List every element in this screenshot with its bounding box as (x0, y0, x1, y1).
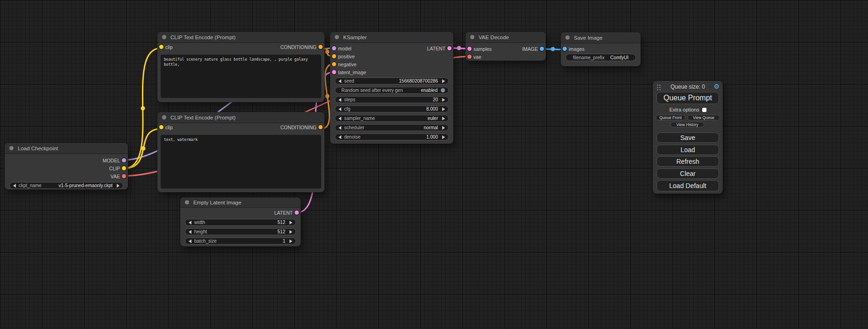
increment-arrow-icon[interactable] (117, 184, 120, 188)
increment-arrow-icon[interactable] (289, 239, 292, 243)
prompt-textarea[interactable]: text, watermark (161, 135, 321, 189)
node-ksampler[interactable]: KSampler model LATENT positive negative … (330, 32, 453, 144)
decrement-arrow-icon[interactable] (189, 230, 191, 234)
queue-prompt-button[interactable]: Queue Prompt (656, 92, 719, 104)
decrement-arrow-icon[interactable] (339, 98, 341, 102)
steps-widget[interactable]: steps 20 (335, 96, 449, 103)
latent-output-port[interactable] (447, 46, 452, 50)
filename-prefix-widget[interactable]: filename_prefix ComfyUI (565, 54, 636, 61)
seed-widget[interactable]: seed 156680208700286 (335, 77, 449, 84)
view-history-button[interactable]: View History (670, 122, 704, 127)
vae-output-port[interactable] (122, 174, 126, 178)
latent-image-input-port[interactable] (332, 70, 336, 74)
refresh-button[interactable]: Refresh (656, 156, 719, 167)
increment-arrow-icon[interactable] (442, 107, 445, 111)
increment-arrow-icon[interactable] (442, 117, 445, 120)
clear-button[interactable]: Clear (656, 168, 719, 179)
link-midpoint-dot[interactable] (551, 47, 555, 51)
load-default-button[interactable]: Load Default (656, 180, 719, 191)
positive-input-port[interactable] (332, 54, 336, 58)
decrement-arrow-icon[interactable] (339, 79, 341, 83)
collapse-dot[interactable] (565, 35, 570, 40)
node-graph-canvas[interactable]: { "app": "ComfyUI node graph", "nodes": … (0, 0, 868, 329)
queue-front-button[interactable]: Queue Front (656, 115, 685, 120)
node-title-bar[interactable]: KSampler (330, 32, 453, 43)
decrement-arrow-icon[interactable] (339, 117, 341, 120)
widget-value: ComfyUI (610, 55, 632, 60)
denoise-widget[interactable]: denoise 1.000 (335, 133, 449, 140)
node-title-bar[interactable]: Save Image (561, 32, 641, 43)
clip-input-port[interactable] (159, 45, 163, 49)
decrement-arrow-icon[interactable] (189, 239, 191, 243)
sampler-name-widget[interactable]: sampler_name euler (335, 115, 449, 122)
conditioning-output-port[interactable] (318, 45, 323, 49)
node-vae-decode[interactable]: VAE Decode samples IMAGE vae (466, 32, 546, 61)
node-title-bar[interactable]: VAE Decode (466, 32, 546, 43)
collapse-dot[interactable] (470, 35, 474, 39)
widget-value: normal (423, 125, 438, 130)
collapse-dot[interactable] (335, 35, 339, 39)
batch-size-widget[interactable]: batch_size 1 (185, 238, 296, 245)
link-midpoint-dot[interactable] (457, 46, 461, 50)
link-midpoint-dot[interactable] (141, 147, 146, 151)
widget-label: width (194, 220, 205, 225)
io-row: latent_image (330, 68, 453, 76)
ckpt-name-widget[interactable]: ckpt_name v1-5-pruned-emaonly.ckpt (9, 182, 123, 189)
decrement-arrow-icon[interactable] (339, 135, 341, 139)
model-output-port[interactable] (122, 158, 126, 162)
image-output-port[interactable] (540, 47, 544, 51)
increment-arrow-icon[interactable] (442, 126, 445, 130)
node-clip-text-encode-positive[interactable]: CLIP Text Encode (Prompt) clip CONDITION… (157, 32, 325, 102)
node-title-bar[interactable]: CLIP Text Encode (Prompt) (157, 32, 325, 43)
collapse-dot[interactable] (162, 115, 166, 119)
random-seed-widget[interactable]: Random seed after every gen enabled (335, 87, 449, 94)
collapse-dot[interactable] (162, 35, 166, 39)
decrement-arrow-icon[interactable] (339, 107, 341, 111)
images-input-port[interactable] (563, 47, 567, 51)
node-save-image[interactable]: Save Image images filename_prefix ComfyU… (561, 32, 641, 66)
vae-input-port[interactable] (467, 55, 472, 59)
clip-input-port[interactable] (159, 125, 163, 129)
link-midpoint-dot[interactable] (325, 94, 330, 98)
scheduler-widget[interactable]: scheduler normal (335, 124, 449, 131)
extra-options-checkbox[interactable] (702, 108, 706, 112)
increment-arrow-icon[interactable] (442, 135, 445, 139)
link-midpoint-dot[interactable] (141, 106, 145, 111)
save-button[interactable]: Save (656, 133, 719, 143)
conditioning-output-label: CONDITIONING (280, 125, 325, 130)
node-load-checkpoint[interactable]: Load Checkpoint MODEL CLIP VAE ckpt_name… (5, 143, 128, 189)
load-button[interactable]: Load (656, 145, 719, 155)
toggle-enabled-icon[interactable] (441, 88, 445, 92)
node-title-bar[interactable]: CLIP Text Encode (Prompt) (157, 112, 325, 123)
link-midpoint-dot[interactable] (325, 50, 330, 54)
increment-arrow-icon[interactable] (289, 221, 292, 224)
negative-input-port[interactable] (332, 62, 336, 66)
increment-arrow-icon[interactable] (289, 230, 292, 234)
node-title: KSampler (343, 35, 367, 40)
io-row: clip CONDITIONING (157, 43, 325, 51)
cfg-widget[interactable]: cfg 8.000 (335, 105, 449, 112)
node-title-bar[interactable]: Empty Latent Image (180, 197, 301, 208)
conditioning-output-port[interactable] (318, 125, 323, 129)
latent-output-port[interactable] (295, 210, 299, 215)
collapse-dot[interactable] (185, 200, 189, 204)
decrement-arrow-icon[interactable] (339, 126, 341, 130)
increment-arrow-icon[interactable] (442, 79, 445, 83)
node-title-bar[interactable]: Load Checkpoint (5, 143, 128, 154)
decrement-arrow-icon[interactable] (13, 184, 16, 188)
clip-output-port[interactable] (122, 166, 126, 170)
height-widget[interactable]: height 512 (185, 228, 296, 235)
model-input-port[interactable] (332, 46, 336, 50)
increment-arrow-icon[interactable] (442, 98, 445, 102)
node-clip-text-encode-negative[interactable]: CLIP Text Encode (Prompt) clip CONDITION… (157, 112, 325, 192)
decrement-arrow-icon[interactable] (189, 221, 191, 224)
settings-gear-icon[interactable]: ⚙ (713, 83, 720, 90)
collapse-dot[interactable] (9, 146, 14, 150)
queue-panel[interactable]: Queue size: 0 ⚙ Queue Prompt Extra optio… (653, 81, 723, 194)
samples-input-port[interactable] (467, 47, 472, 51)
width-widget[interactable]: width 512 (185, 219, 296, 226)
prompt-textarea[interactable]: beautiful scenery nature glass bottle la… (161, 55, 321, 98)
node-empty-latent-image[interactable]: Empty Latent Image LATENT width 512 heig… (180, 197, 301, 246)
view-queue-button[interactable]: View Queue (687, 115, 720, 120)
output-row: VAE (5, 172, 128, 180)
